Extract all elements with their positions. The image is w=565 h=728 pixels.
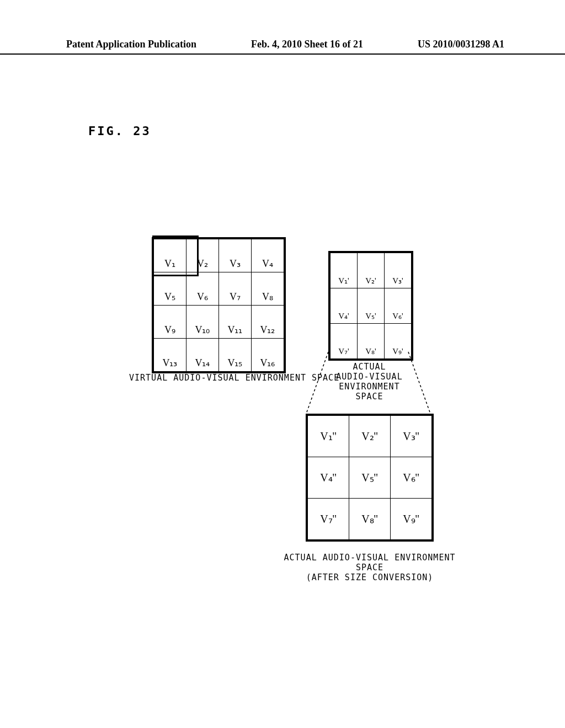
figure-label: FIG. 23	[88, 124, 151, 138]
caption-actual-line: AUDIO-VISUAL	[336, 372, 402, 382]
grid3s-cell: V₂'	[358, 253, 385, 288]
grid3l-cell: V₅''	[349, 457, 391, 499]
grid3l-cell: V₆''	[391, 457, 432, 499]
grid3s-cell: V₄'	[331, 288, 358, 324]
grid3s-cell: V₇'	[331, 324, 358, 359]
caption-after-line: ACTUAL AUDIO-VISUAL ENVIRONMENT SPACE	[284, 553, 456, 572]
grid3s-cell: V₃'	[385, 253, 412, 288]
grid4-cell: V₁₂	[252, 306, 284, 339]
caption-after: ACTUAL AUDIO-VISUAL ENVIRONMENT SPACE (A…	[273, 553, 466, 582]
grid3l-cell: V₂''	[349, 416, 391, 457]
caption-after-line: (AFTER SIZE CONVERSION)	[306, 572, 434, 582]
caption-actual-line: ENVIRONMENT SPACE	[339, 382, 399, 402]
caption-actual-line: ACTUAL	[353, 362, 386, 372]
grid4-cell: V₂	[186, 239, 219, 272]
grid4-cell: V₁₄	[186, 339, 219, 372]
actual-grid: V₁' V₂' V₃' V₄' V₅' V₆' V₇' V₈' V₉'	[328, 251, 413, 361]
grid3s-cell: V₁'	[331, 253, 358, 288]
header-right: US 2010/0031298 A1	[418, 39, 504, 50]
grid4-cell: V₁₅	[219, 339, 252, 372]
caption-virtual: VIRTUAL AUDIO-VISUAL ENVIRONMENT SPACE	[129, 373, 339, 383]
grid3l-cell: V₃''	[391, 416, 432, 457]
header-center: Feb. 4, 2010 Sheet 16 of 21	[251, 39, 363, 50]
header-left: Patent Application Publication	[66, 39, 196, 50]
grid4-cell: V₄	[252, 239, 284, 272]
grid3l-cell: V₈''	[349, 499, 391, 540]
page: Patent Application Publication Feb. 4, 2…	[0, 0, 565, 728]
grid4-cell: V₁₃	[154, 339, 186, 372]
grid3s-cell: V₉'	[385, 324, 412, 359]
grid3l-cell: V₉''	[391, 499, 432, 540]
grid4-cell: V₁₆	[252, 339, 284, 372]
grid4-cell: V₆	[186, 272, 219, 306]
converted-grid: V₁'' V₂'' V₃'' V₄'' V₅'' V₆'' V₇'' V₈'' …	[306, 414, 434, 542]
grid4-cell: V₁₀	[186, 306, 219, 339]
caption-actual: ACTUAL AUDIO-VISUAL ENVIRONMENT SPACE	[327, 362, 412, 402]
grid4-cell: V₅	[154, 272, 186, 306]
grid4-cell: V₇	[219, 272, 252, 306]
grid4-cell: V₁	[154, 239, 186, 272]
grid4-cell: V₈	[252, 272, 284, 306]
grid3s-cell: V₅'	[358, 288, 385, 324]
grid3s-cell: V₆'	[385, 288, 412, 324]
grid3l-cell: V₄''	[308, 457, 349, 499]
grid4-cell: V₉	[154, 306, 186, 339]
page-header: Patent Application Publication Feb. 4, 2…	[0, 39, 565, 55]
grid3s-cell: V₈'	[358, 324, 385, 359]
virtual-grid: V₁ V₂ V₃ V₄ V₅ V₆ V₇ V₈ V₉ V₁₀ V₁₁ V₁₂ V…	[152, 237, 286, 373]
grid4-cell: V₁₁	[219, 306, 252, 339]
grid4-cell: V₃	[219, 239, 252, 272]
grid3l-cell: V₇''	[308, 499, 349, 540]
grid3l-cell: V₁''	[308, 416, 349, 457]
svg-line-0	[306, 352, 328, 414]
